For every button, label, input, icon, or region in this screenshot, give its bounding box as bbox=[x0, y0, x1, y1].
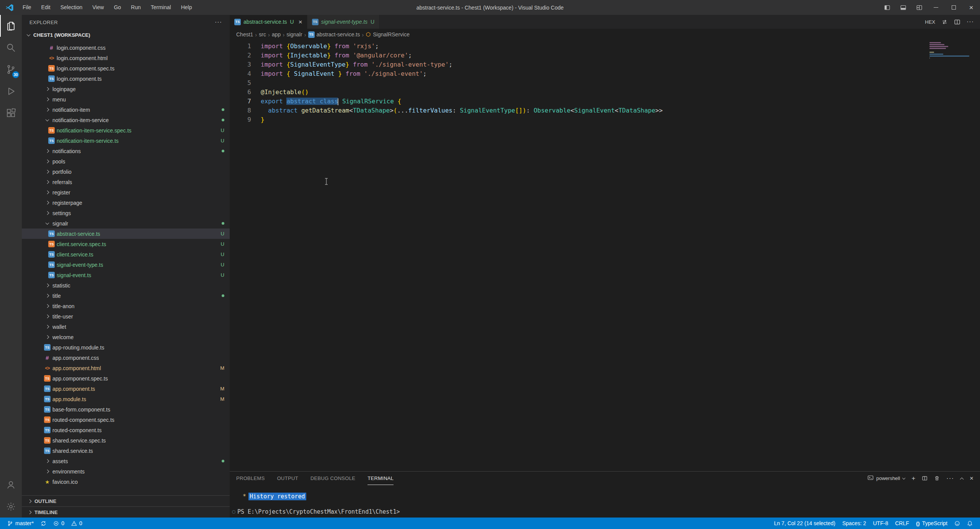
close-window-button[interactable]: × bbox=[962, 0, 980, 15]
tree-file-routed-component.spec.ts[interactable]: TSrouted-component.spec.ts bbox=[22, 415, 230, 425]
tree-folder-registerpage[interactable]: registerpage bbox=[22, 198, 230, 208]
activity-search-icon[interactable] bbox=[0, 37, 22, 59]
settings-gear-icon[interactable] bbox=[0, 496, 22, 518]
panel-tab-terminal[interactable]: TERMINAL bbox=[368, 472, 394, 485]
status-warnings[interactable]: 0 bbox=[68, 518, 86, 529]
panel-tab-debug-console[interactable]: DEBUG CONSOLE bbox=[310, 472, 355, 485]
timeline-section-header[interactable]: TIMELINE bbox=[22, 506, 230, 518]
split-terminal-icon[interactable] bbox=[922, 475, 928, 481]
tab-abstract-service.ts[interactable]: TSabstract-service.tsU× bbox=[230, 15, 307, 29]
tree-folder-environments[interactable]: environments bbox=[22, 466, 230, 477]
tree-folder-portfolio[interactable]: portfolio bbox=[22, 167, 230, 177]
breadcrumb-item-app[interactable]: app bbox=[272, 31, 281, 38]
tree-folder-statistic[interactable]: statistic bbox=[22, 280, 230, 291]
tree-folder-signalr[interactable]: signalr bbox=[22, 218, 230, 229]
status-indentation[interactable]: Spaces: 2 bbox=[839, 518, 869, 529]
tree-folder-menu[interactable]: menu bbox=[22, 94, 230, 104]
more-actions-icon[interactable]: ··· bbox=[946, 475, 954, 482]
tree-file-shared.service.ts[interactable]: TSshared.service.ts bbox=[22, 446, 230, 456]
toggle-sidebar-icon[interactable] bbox=[879, 0, 895, 15]
terminal-content[interactable]: *History restoredPS E:\Projects\CryptoCh… bbox=[230, 485, 980, 518]
tree-folder-notifications[interactable]: notifications bbox=[22, 146, 230, 156]
tree-file-app.component.html[interactable]: <>app.component.htmlM bbox=[22, 363, 230, 373]
tree-file-abstract-service.ts[interactable]: TSabstract-service.tsU bbox=[22, 229, 230, 239]
close-tab-icon[interactable]: × bbox=[299, 19, 302, 25]
menu-run[interactable]: Run bbox=[126, 0, 146, 15]
tree-file-app.component.ts[interactable]: TSapp.component.tsM bbox=[22, 384, 230, 394]
tree-folder-notification-item-service[interactable]: notification-item-service bbox=[22, 115, 230, 125]
tree-folder-welcome[interactable]: welcome bbox=[22, 332, 230, 342]
open-changes-icon[interactable] bbox=[941, 19, 948, 25]
status-feedback[interactable] bbox=[951, 518, 964, 529]
menu-edit[interactable]: Edit bbox=[36, 0, 56, 15]
breadcrumb-item-Chest1[interactable]: Chest1 bbox=[236, 31, 253, 38]
status-language-mode[interactable]: {}TypeScript bbox=[913, 518, 951, 529]
account-icon[interactable] bbox=[0, 474, 22, 496]
tree-folder-wallet[interactable]: wallet bbox=[22, 322, 230, 332]
tree-file-app.module.ts[interactable]: TSapp.module.tsM bbox=[22, 394, 230, 404]
tree-file-shared.service.spec.ts[interactable]: TSshared.service.spec.ts bbox=[22, 435, 230, 446]
tab-signal-event-type.ts[interactable]: TSsignal-event-type.tsU bbox=[307, 15, 380, 29]
menu-help[interactable]: Help bbox=[176, 0, 197, 15]
close-panel-icon[interactable]: × bbox=[970, 475, 973, 482]
kill-terminal-icon[interactable] bbox=[934, 475, 940, 481]
status-errors[interactable]: 0 bbox=[50, 518, 68, 529]
outline-section-header[interactable]: OUTLINE bbox=[22, 495, 230, 506]
status-encoding[interactable]: UTF-8 bbox=[870, 518, 892, 529]
tree-folder-title[interactable]: title bbox=[22, 291, 230, 301]
tree-file-base-form.component.ts[interactable]: TSbase-form.component.ts bbox=[22, 404, 230, 415]
tree-folder-title-anon[interactable]: title-anon bbox=[22, 301, 230, 311]
tree-file-login.component.html[interactable]: <>login.component.html bbox=[22, 53, 230, 63]
tree-file-favicon.ico[interactable]: ★favicon.ico bbox=[22, 477, 230, 487]
more-actions-icon[interactable]: ··· bbox=[215, 19, 222, 26]
customize-layout-icon[interactable] bbox=[911, 0, 927, 15]
tree-file-routed-component.ts[interactable]: TSrouted-component.ts bbox=[22, 425, 230, 435]
tree-file-notification-item-service.ts[interactable]: TSnotification-item-service.tsU bbox=[22, 136, 230, 146]
tree-folder-assets[interactable]: assets bbox=[22, 456, 230, 466]
split-editor-icon[interactable] bbox=[954, 19, 960, 25]
editor[interactable]: 1import {Observable} from 'rxjs';2import… bbox=[230, 40, 980, 471]
tree-folder-loginpage[interactable]: loginpage bbox=[22, 84, 230, 94]
tree-folder-title-user[interactable]: title-user bbox=[22, 311, 230, 322]
tree-file-login.component.ts[interactable]: TSlogin.component.ts bbox=[22, 73, 230, 84]
tree-folder-pools[interactable]: pools bbox=[22, 156, 230, 167]
minimap[interactable] bbox=[929, 42, 972, 59]
workspace-section-header[interactable]: CHEST1 (WORKSPACE) bbox=[22, 29, 230, 40]
breadcrumb-item-signalr[interactable]: signalr bbox=[286, 31, 302, 38]
new-terminal-icon[interactable]: + bbox=[911, 475, 915, 482]
maximize-panel-icon[interactable] bbox=[960, 477, 963, 480]
toggle-panel-icon[interactable] bbox=[895, 0, 911, 15]
tree-file-login.component.css[interactable]: #login.component.css bbox=[22, 42, 230, 53]
status-notifications[interactable] bbox=[964, 518, 976, 529]
status-cursor-position[interactable]: Ln 7, Col 22 (14 selected) bbox=[771, 518, 839, 529]
activity-extensions-icon[interactable] bbox=[0, 102, 22, 124]
menu-view[interactable]: View bbox=[87, 0, 109, 15]
breadcrumb-item-SignalRService[interactable]: SignalRService bbox=[366, 31, 410, 38]
more-actions-icon[interactable]: ··· bbox=[967, 18, 974, 25]
status-git-branch[interactable]: master* bbox=[4, 518, 37, 529]
menu-go[interactable]: Go bbox=[109, 0, 126, 15]
activity-run-debug-icon[interactable] bbox=[0, 80, 22, 102]
menu-selection[interactable]: Selection bbox=[56, 0, 88, 15]
tree-file-app-routing.module.ts[interactable]: TSapp-routing.module.ts bbox=[22, 342, 230, 353]
tree-folder-referrals[interactable]: referrals bbox=[22, 177, 230, 187]
maximize-button[interactable] bbox=[945, 0, 962, 15]
activity-source-control-icon[interactable]: 30 bbox=[0, 59, 22, 80]
activity-explorer-icon[interactable] bbox=[0, 15, 22, 37]
hex-editor-button[interactable]: HEX bbox=[925, 19, 935, 25]
panel-tab-output[interactable]: OUTPUT bbox=[277, 472, 298, 485]
shell-selector[interactable]: powershell bbox=[867, 475, 905, 482]
status-eol[interactable]: CRLF bbox=[892, 518, 913, 529]
menu-terminal[interactable]: Terminal bbox=[146, 0, 176, 15]
tree-folder-settings[interactable]: settings bbox=[22, 208, 230, 218]
tree-file-signal-event.ts[interactable]: TSsignal-event.tsU bbox=[22, 270, 230, 280]
tree-folder-notification-item[interactable]: notification-item bbox=[22, 104, 230, 115]
tree-file-signal-event-type.ts[interactable]: TSsignal-event-type.tsU bbox=[22, 260, 230, 270]
minimize-button[interactable] bbox=[927, 0, 945, 15]
tree-folder-register[interactable]: register bbox=[22, 187, 230, 198]
tree-file-client.service.ts[interactable]: TSclient.service.tsU bbox=[22, 249, 230, 260]
tree-file-login.component.spec.ts[interactable]: TSlogin.component.spec.ts bbox=[22, 63, 230, 73]
tree-file-notification-item-service.spec.ts[interactable]: TSnotification-item-service.spec.tsU bbox=[22, 125, 230, 136]
tree-file-app.component.spec.ts[interactable]: TSapp.component.spec.ts bbox=[22, 373, 230, 384]
tree-file-app.component.css[interactable]: #app.component.css bbox=[22, 353, 230, 363]
